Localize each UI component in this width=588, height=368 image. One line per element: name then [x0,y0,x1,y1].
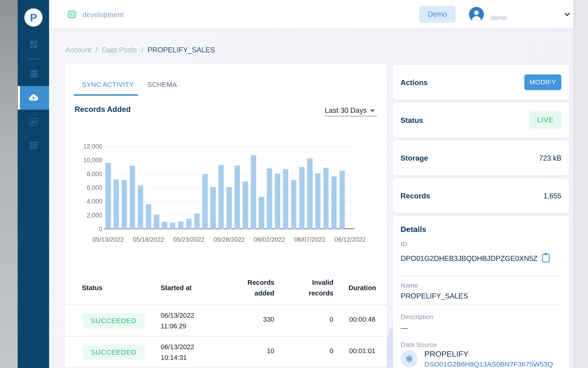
details-divider [401,304,561,305]
status-badge: LIVE [529,111,561,129]
chart-bar [178,221,183,229]
workspace-name: development [82,11,124,19]
data-sources-icon [29,69,38,79]
storage-value: 723 kB [539,154,561,162]
sidebar-item-applications[interactable] [18,137,49,154]
details-title: Details [401,225,426,234]
window-right-strip [573,0,588,368]
desktop-edge-strip [0,0,18,368]
chart-x-axis: 05/13/202205/18/202205/23/202205/28/2022… [104,236,354,244]
description-value: — [401,324,408,332]
column-header-records-added: Records added [247,277,274,298]
sync-activity-card: SYNC ACTIVITY SCHEMA Records Added Last … [65,64,387,368]
cloud-upload-icon [28,92,39,104]
name-value: PROPELIFY_SALES [401,292,468,300]
account-menu-chevron[interactable] [562,11,572,18]
y-tick-label: 4,000 [87,198,102,205]
breadcrumb-account[interactable]: Account [65,46,91,54]
sync-table-row[interactable]: SUCCEEDED06/13/202211:06:29330000:00:48 [65,304,387,336]
chart-bar [307,158,313,229]
sidebar-item-dashboard[interactable] [18,36,49,53]
propel-logo[interactable]: P [24,8,43,27]
copy-id-button[interactable] [540,251,552,264]
dashboard-icon [29,40,38,50]
details-divider [401,276,561,276]
id-label: ID [401,240,407,248]
metrics-chart-icon [29,117,38,128]
chart-bar [194,213,200,229]
breadcrumb: Account / Data Pools / PROPELIFY_SALES [65,46,215,54]
chart-bar [114,179,119,229]
sidebar-item-data-sources[interactable] [18,65,49,82]
breadcrumb-data-pools[interactable]: Data Pools [102,46,137,54]
sync-status-badge: SUCCEEDED [82,313,145,328]
chart-title: Records Added [75,105,131,114]
sync-table-body: SUCCEEDED06/13/202211:06:29330000:00:48S… [65,304,387,368]
x-tick-label: 05/18/2022 [133,236,164,243]
demo-button[interactable]: Demo [419,6,456,23]
y-tick-label: 10,000 [83,157,102,164]
sidebar-item-data-pools-active[interactable] [18,86,49,110]
column-header-invalid-records: Invalid records [309,277,333,298]
name-label: Name [401,282,418,289]
user-role-label: owner [490,14,508,22]
chart-bar [219,165,224,229]
chevron-down-icon [562,15,572,19]
chart-bar [235,166,240,229]
chart-bar [202,174,208,229]
records-value: 1,655 [543,192,561,200]
chart-bar [339,171,345,229]
chart-bar [146,204,151,229]
chart-bar [211,187,216,229]
sync-invalid-records: 0 [330,316,333,323]
records-card: Records 1,655 [393,178,569,213]
x-tick-label: 05/23/2022 [173,236,204,243]
tab-schema[interactable]: SCHEMA [148,81,177,89]
breadcrumb-current: PROPELIFY_SALES [148,46,215,54]
status-card: Status LIVE [393,103,569,138]
workspace-switcher[interactable]: development [67,9,124,20]
y-tick-label: 6,000 [87,184,102,191]
actions-card: Actions MODIFY [393,65,569,100]
chart-y-axis: 02,0004,0006,0008,00010,00012,000 [75,147,102,229]
sync-records-added: 10 [267,347,274,355]
sync-records-added: 330 [263,316,274,323]
modify-button[interactable]: MODIFY [524,74,561,90]
data-source-row: ❄ PROPELIFY DSO01G2B6H8Q13AS0BN7F3675W53… [401,350,553,368]
chart-bar [243,182,248,229]
sidebar-divider [27,58,40,59]
storage-label: Storage [401,154,428,162]
y-tick-label: 8,000 [87,170,102,177]
y-tick-label: 12,000 [83,143,102,150]
chart-bar [267,168,272,229]
column-header-started-at: Started at [161,283,192,293]
sync-status-badge: SUCCEEDED [82,345,145,360]
sync-started-at: 06/13/202210:14:31 [161,341,194,363]
column-header-status: Status [82,283,103,293]
x-tick-label: 05/28/2022 [213,236,245,243]
sidebar-item-metrics[interactable] [18,114,49,130]
date-range-underline [324,116,377,116]
x-tick-label: 06/02/2022 [254,236,285,243]
chart-bar [283,169,288,229]
sync-invalid-records: 0 [330,347,333,355]
gridline [104,160,354,160]
chart-bar [170,223,176,229]
y-tick-label: 0 [99,225,102,233]
sync-table-row[interactable]: SUCCEEDED06/13/202210:14:3110000:01:01 [65,336,387,368]
sync-duration: 00:00:48 [348,316,376,323]
breadcrumb-separator: / [93,46,100,54]
date-range-value: Last 30 Days [325,106,367,115]
chart-bar [186,219,192,229]
chart-bar [162,222,167,229]
user-avatar[interactable] [469,7,484,22]
y-tick-label: 2,000 [87,212,102,219]
data-source-id-link[interactable]: DSO01G2B6H8Q13AS0BN7F3675W53Q [424,360,553,368]
tab-sync-activity[interactable]: SYNC ACTIVITY [82,81,134,89]
data-source-name: PROPELIFY [424,350,553,359]
date-range-select[interactable]: Last 30 Days [324,106,377,116]
x-tick-label: 05/13/2022 [93,236,124,243]
data-source-label: Data Source [401,341,437,349]
storage-card: Storage 723 kB [393,140,569,175]
chart-bar [275,174,280,229]
